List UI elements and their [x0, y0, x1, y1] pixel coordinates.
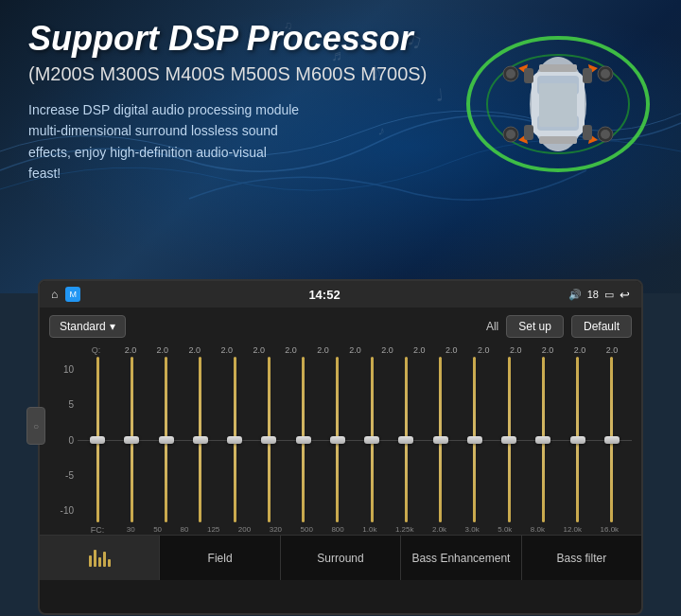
tab-eq[interactable] [40, 536, 160, 580]
volume-icon: 🔊 [568, 289, 582, 301]
status-left: ⌂ M [51, 287, 80, 302]
slider-track-4[interactable] [199, 357, 201, 522]
side-knob[interactable]: ○ [26, 407, 45, 445]
display-icon: ▭ [604, 289, 614, 301]
eq-band-15[interactable] [562, 357, 594, 522]
eq-band-6[interactable] [253, 357, 285, 522]
fc-val-2: 50 [153, 525, 162, 535]
setup-button[interactable]: Set up [506, 315, 564, 338]
slider-track-12[interactable] [473, 357, 476, 522]
fc-val-9: 1.0k [362, 525, 376, 535]
slider-track-1[interactable] [96, 357, 99, 522]
svg-rect-16 [539, 136, 577, 144]
slider-track-13[interactable] [508, 357, 511, 522]
fc-val-15: 12.0k [563, 525, 582, 535]
slider-thumb-15[interactable] [570, 436, 585, 444]
app-icon: M [65, 287, 80, 302]
slider-track-3[interactable] [165, 357, 167, 522]
fc-val-5: 200 [238, 525, 251, 535]
eq-band-12[interactable] [459, 357, 491, 522]
q-val-7: 2.0 [317, 345, 329, 355]
eq-bar-5 [108, 559, 111, 567]
slider-track-14[interactable] [542, 357, 545, 522]
header-content: Support DSP Processor (M200S M300S M400S… [28, 19, 427, 185]
status-bar: ⌂ M 14:52 🔊 18 ▭ ↩ [40, 281, 641, 308]
back-icon: ↩ [620, 288, 630, 302]
slider-thumb-14[interactable] [535, 436, 550, 444]
slider-track-6[interactable] [268, 357, 271, 522]
eq-bar-4 [103, 552, 106, 567]
eq-band-7[interactable] [288, 357, 320, 522]
eq-band-4[interactable] [184, 357, 217, 522]
slider-track-11[interactable] [439, 357, 442, 522]
q-val-11: 2.0 [445, 345, 458, 355]
eq-main-area: Standard ▾ All Set up Default 10 5 0 -5 … [40, 308, 641, 535]
slider-thumb-9[interactable] [364, 436, 379, 444]
fc-val-12: 3.0k [465, 525, 480, 535]
fc-val-16: 16.0k [601, 525, 620, 535]
preset-dropdown[interactable]: Standard ▾ [49, 315, 126, 338]
y-label-0: 0 [49, 435, 74, 446]
q-val-3: 2.0 [189, 345, 201, 355]
eq-band-8[interactable] [322, 357, 354, 522]
fc-val-13: 5.0k [498, 525, 512, 535]
slider-thumb-5[interactable] [227, 436, 242, 444]
eq-y-axis-labels: 10 5 0 -5 -10 [49, 345, 78, 535]
slider-track-5[interactable] [234, 357, 236, 522]
tab-field[interactable]: Field [160, 536, 280, 580]
eq-band-10[interactable] [390, 357, 422, 522]
eq-band-1[interactable] [81, 357, 114, 522]
fc-values-row: FC: 30 50 80 125 200 320 500 800 1.0k 1.… [78, 525, 632, 535]
fc-val-4: 125 [207, 525, 219, 535]
q-val-4: 2.0 [220, 345, 233, 355]
tab-bass-enhancement[interactable]: Bass Enhancement [401, 536, 521, 580]
status-right: 🔊 18 ▭ ↩ [568, 288, 630, 302]
eq-band-16[interactable] [596, 357, 628, 522]
q-val-1: 2.0 [125, 345, 137, 355]
slider-thumb-11[interactable] [433, 436, 448, 444]
eq-band-2[interactable] [115, 357, 148, 522]
eq-band-13[interactable] [493, 357, 525, 522]
device-screen: ⌂ M 14:52 🔊 18 ▭ ↩ Standard ▾ All Set up… [38, 279, 643, 615]
tab-bass-filter-label: Bass filter [556, 552, 606, 565]
slider-track-9[interactable] [371, 357, 374, 522]
slider-thumb-8[interactable] [330, 436, 345, 444]
slider-track-16[interactable] [610, 357, 613, 522]
q-val-9: 2.0 [381, 345, 393, 355]
main-title: Support DSP Processor [28, 19, 427, 59]
slider-thumb-6[interactable] [261, 436, 276, 444]
slider-thumb-10[interactable] [398, 436, 413, 444]
eq-band-9[interactable] [356, 357, 388, 522]
default-button[interactable]: Default [571, 315, 632, 338]
slider-track-7[interactable] [302, 357, 305, 522]
eq-band-3[interactable] [150, 357, 183, 522]
q-val-16: 2.0 [606, 345, 619, 355]
slider-thumb-1[interactable] [90, 436, 105, 444]
top-controls: Standard ▾ All Set up Default [49, 315, 632, 338]
home-icon: ⌂ [51, 288, 58, 301]
slider-track-8[interactable] [336, 357, 339, 522]
q-val-10: 2.0 [413, 345, 426, 355]
tab-surround[interactable]: Surround [281, 536, 401, 580]
slider-thumb-13[interactable] [501, 436, 516, 444]
tab-bass-filter[interactable]: Bass filter [522, 536, 641, 580]
svg-point-14 [601, 130, 610, 139]
slider-thumb-4[interactable] [193, 436, 208, 444]
slider-thumb-3[interactable] [159, 436, 174, 444]
top-right-buttons: All Set up Default [486, 315, 632, 338]
slider-track-2[interactable] [131, 357, 133, 522]
svg-rect-18 [583, 68, 592, 83]
eq-band-5[interactable] [218, 357, 251, 522]
slider-track-15[interactable] [576, 357, 579, 522]
slider-thumb-12[interactable] [467, 436, 482, 444]
dropdown-arrow: ▾ [110, 320, 115, 333]
slider-thumb-7[interactable] [296, 436, 311, 444]
eq-band-11[interactable] [425, 357, 457, 522]
slider-thumb-2[interactable] [124, 436, 139, 444]
slider-thumb-16[interactable] [604, 436, 620, 444]
tab-bass-enhancement-label: Bass Enhancement [411, 552, 510, 565]
q-val-8: 2.0 [349, 345, 361, 355]
eq-band-14[interactable] [527, 357, 559, 522]
y-label-10: 10 [49, 364, 74, 375]
slider-track-10[interactable] [405, 357, 408, 522]
